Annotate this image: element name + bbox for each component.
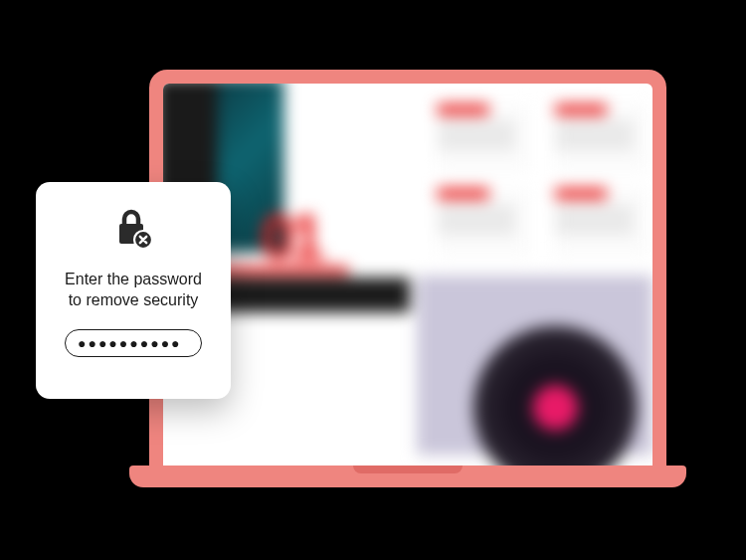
dialog-prompt-line1: Enter the password	[65, 271, 202, 287]
stat-card	[555, 188, 648, 256]
doc-section-number: 01	[261, 201, 319, 274]
laptop-notch	[353, 466, 463, 473]
password-input[interactable]: ●●●●●●●●●●	[65, 329, 202, 357]
password-dialog: Enter the password to remove security ●●…	[36, 182, 231, 399]
blurred-document: 01	[163, 84, 653, 467]
stat-card	[555, 104, 648, 172]
password-mask: ●●●●●●●●●●	[78, 335, 182, 351]
stat-card	[438, 188, 530, 256]
laptop-screen: 01	[163, 84, 653, 467]
lock-icon	[110, 206, 156, 256]
laptop-base	[129, 466, 686, 487]
dialog-prompt-line2: to remove security	[69, 291, 199, 308]
stat-card	[438, 104, 530, 172]
dialog-prompt: Enter the password to remove security	[65, 270, 202, 311]
